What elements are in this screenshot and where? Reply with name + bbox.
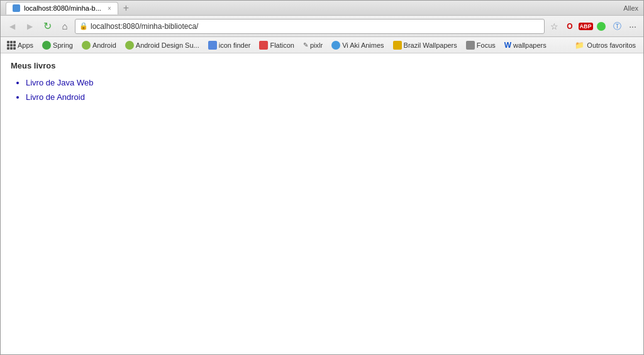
bookmark-flaticon-label: Flaticon	[270, 41, 294, 49]
opera-icon: O	[563, 19, 577, 33]
tab-label: localhost:8080/minha-b...	[24, 4, 101, 12]
bookmark-brazil-wallpapers[interactable]: Brazil Wallpapers	[389, 40, 461, 51]
outros-favoritos-label: Outros favoritos	[587, 41, 636, 49]
bookmark-apps[interactable]: Apps	[3, 40, 37, 51]
browser-window: localhost:8080/minha-b... × + Allex 🔒 O …	[0, 0, 644, 355]
abp-button[interactable]: ABP	[579, 19, 592, 33]
back-button[interactable]	[4, 19, 19, 34]
bookmark-focus-label: Focus	[477, 41, 496, 49]
tab-favicon	[13, 4, 20, 12]
bookmark-apps-label: Apps	[18, 41, 33, 49]
green-dot-icon	[597, 22, 606, 31]
translate-button[interactable]: Ⓣ	[610, 19, 624, 33]
bookmark-wallpapers[interactable]: W wallpapers	[501, 40, 550, 51]
brazil-wallpapers-icon	[393, 41, 402, 50]
address-input[interactable]	[91, 22, 540, 31]
address-bar-container: 🔒	[75, 19, 545, 34]
bookmark-star-button[interactable]	[547, 19, 561, 33]
apps-grid-icon	[7, 41, 16, 50]
more-button[interactable]	[626, 19, 640, 33]
bookmark-pixlr-label: pixlr	[310, 41, 323, 49]
new-tab-button[interactable]: +	[121, 3, 131, 14]
bookmark-flaticon[interactable]: Flaticon	[255, 40, 298, 51]
active-tab[interactable]: localhost:8080/minha-b... ×	[6, 2, 118, 14]
bookmark-android-design[interactable]: Android Design Su...	[121, 40, 203, 51]
home-button[interactable]	[57, 19, 72, 34]
bookmark-brazil-wallpapers-label: Brazil Wallpapers	[404, 41, 457, 49]
title-bar: localhost:8080/minha-b... × + Allex	[1, 1, 643, 16]
green-extension-button[interactable]	[594, 19, 608, 33]
bookmark-animes[interactable]: Vi Aki Animes	[328, 40, 387, 51]
pixlr-icon: ✎	[303, 41, 308, 48]
outros-favoritos-button[interactable]: Outros favoritos	[570, 40, 641, 51]
iconfinder-icon	[208, 41, 217, 50]
bookmark-iconfinder[interactable]: icon finder	[204, 40, 255, 51]
bookmarks-right: Outros favoritos	[570, 40, 641, 51]
outros-folder-icon	[575, 41, 584, 50]
book-item-0[interactable]: Livro de Java Web	[26, 75, 633, 90]
bookmark-pixlr[interactable]: ✎ pixlr	[299, 40, 326, 50]
nav-bar: 🔒 O ABP Ⓣ	[1, 16, 643, 37]
bookmark-android-design-label: Android Design Su...	[136, 41, 199, 49]
spring-icon	[42, 41, 51, 50]
nav-icons-right: O ABP Ⓣ	[547, 19, 640, 33]
address-lock-icon: 🔒	[79, 22, 88, 30]
bookmark-iconfinder-label: icon finder	[219, 41, 251, 49]
android-icon	[82, 41, 91, 50]
bookmarks-bar: Apps Spring Android Android Design Su...…	[1, 37, 643, 53]
book-item-1[interactable]: Livro de Android	[26, 90, 633, 104]
bookmark-android-label: Android	[92, 41, 116, 49]
title-bar-left: localhost:8080/minha-b... × +	[6, 2, 131, 14]
bookmark-spring[interactable]: Spring	[38, 40, 77, 51]
page-heading: Meus livros	[11, 61, 633, 70]
tab-close-button[interactable]: ×	[108, 5, 111, 12]
bookmark-animes-label: Vi Aki Animes	[342, 41, 384, 49]
abp-icon: ABP	[579, 23, 593, 30]
android-design-icon	[125, 41, 134, 50]
user-badge: Allex	[623, 4, 638, 12]
flaticon-icon	[259, 41, 268, 50]
wallpapers-w-icon: W	[504, 41, 511, 50]
bookmark-wallpapers-label: wallpapers	[513, 41, 547, 49]
forward-button[interactable]	[22, 19, 37, 34]
content-area: Meus livros Livro de Java Web Livro de A…	[1, 53, 643, 354]
bookmark-focus[interactable]: Focus	[462, 40, 499, 51]
book-list: Livro de Java Web Livro de Android	[11, 75, 633, 105]
animes-icon	[331, 41, 340, 50]
refresh-button[interactable]	[40, 19, 55, 34]
focus-icon	[466, 41, 475, 50]
bookmark-spring-label: Spring	[53, 41, 73, 49]
bookmark-android[interactable]: Android	[78, 40, 120, 51]
